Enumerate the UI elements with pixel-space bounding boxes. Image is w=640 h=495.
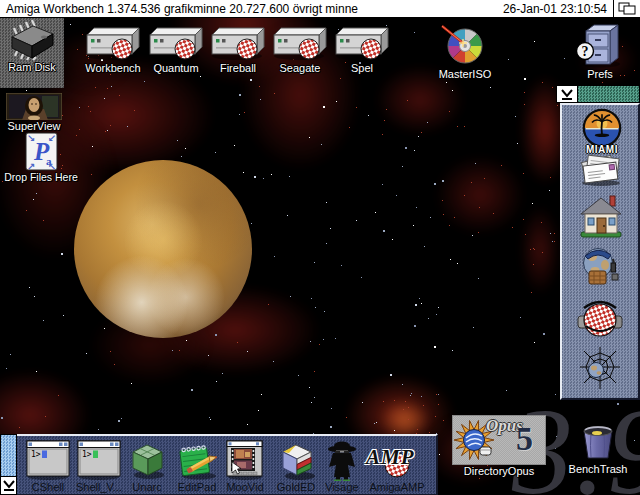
icon-label: MasterISO: [439, 69, 492, 81]
home-icon: [577, 224, 625, 241]
dock-item-cshell[interactable]: 1> CShell: [20, 437, 76, 495]
bottom-dock: 1> CShell 1> Shell_V... Unarc: [17, 434, 438, 495]
dock-item-moovid[interactable]: MooVid: [217, 437, 273, 495]
svg-text:1>: 1>: [82, 450, 92, 459]
icon-label: SuperView: [8, 121, 61, 133]
icon-label: Ram Disk: [8, 62, 56, 74]
icon-prefs[interactable]: ? Prefs: [568, 21, 632, 81]
disk-drive-icon: [271, 26, 329, 62]
shell-window-icon: 1>: [77, 437, 121, 482]
globe-news-icon: [578, 277, 622, 294]
dock-label: AmigaAMP: [369, 482, 424, 493]
dock-label: EditPad: [178, 482, 217, 493]
svg-text:↗: ↗: [27, 161, 35, 171]
svg-text:↘: ↘: [27, 133, 35, 144]
svg-text:↙: ↙: [48, 133, 56, 144]
icon-label: Spel: [351, 63, 373, 75]
icon-seagate[interactable]: Seagate: [269, 26, 331, 75]
dock-label: GoldED: [277, 482, 316, 493]
ram-chip-icon: [6, 19, 58, 61]
disk-drive-icon: [147, 26, 205, 62]
dock-label: Unarc: [132, 482, 161, 493]
depth-icon: [618, 2, 636, 15]
dock-label: Shell_V...: [76, 482, 122, 493]
dock-item-miami[interactable]: MIAMI: [582, 108, 622, 154]
notepad-pencil-icon: [174, 437, 220, 482]
icon-label: DirectoryOpus: [464, 466, 534, 478]
svg-text:↖: ↖: [48, 161, 56, 171]
icon-label: Quantum: [153, 63, 198, 75]
icon-masteriso[interactable]: MasterISO: [428, 24, 502, 81]
icon-superview[interactable]: SuperView: [2, 93, 66, 133]
disk-drive-icon: [84, 26, 142, 62]
dock-label: CShell: [32, 482, 64, 493]
colored-cube-icon: [275, 437, 317, 482]
amp-logo: AMP: [364, 440, 430, 480]
bottom-dock-iconify-gadget[interactable]: [1, 476, 16, 494]
icon-quantum[interactable]: Quantum: [145, 26, 207, 75]
icon-label: BenchTrash: [569, 464, 628, 476]
film-frame-icon: [225, 437, 265, 482]
mail-envelopes-icon: [577, 173, 625, 190]
iconify-icon: [560, 88, 574, 101]
icon-fireball[interactable]: Fireball: [207, 26, 269, 75]
dock-item-amigaamp[interactable]: AMP AmigaAMP: [362, 437, 432, 495]
icon-workbench[interactable]: Workbench: [82, 26, 144, 75]
dock-item-home[interactable]: [577, 192, 625, 238]
dock-item-mail[interactable]: [577, 151, 625, 187]
boing-ball-hands-icon: [576, 326, 624, 343]
file-cabinet-icon: ?: [576, 21, 624, 68]
icon-directory-opus[interactable]: Opus 5 DirectoryOpus: [452, 415, 546, 478]
trash-bucket-icon: [578, 419, 618, 463]
screen-title-bar: Amiga Workbench 1.374.536 grafikminne 20…: [0, 0, 640, 18]
icon-drop-files[interactable]: P a ↘↙↗↖ Drop Files Here: [0, 132, 82, 183]
workbench-screen: 3.9 Amiga Workbench 1.374.536 grafikminn…: [0, 0, 640, 495]
svg-text:1>: 1>: [31, 450, 41, 459]
dock-label: MooVid: [226, 482, 263, 493]
shell-window-icon: 1>: [26, 437, 70, 482]
amp-logo-text: AMP: [366, 445, 415, 470]
planet-image: [74, 160, 252, 338]
icon-bench-trash[interactable]: BenchTrash: [556, 419, 640, 476]
opus-version-number: 5: [516, 422, 533, 456]
right-dock: MIAMI: [560, 103, 640, 400]
dock-item-unarc[interactable]: Unarc: [119, 437, 175, 495]
icon-label: Workbench: [85, 63, 140, 75]
mona-lisa-icon: [6, 93, 62, 120]
dock-item-boing[interactable]: [576, 298, 624, 340]
disk-drive-icon: [209, 26, 267, 62]
right-dock-drag-bar[interactable]: [577, 86, 639, 102]
right-dock-iconify-gadget[interactable]: [557, 86, 577, 102]
icon-label: Fireball: [220, 63, 256, 75]
disk-drive-icon: [333, 26, 391, 62]
iconify-icon: [2, 479, 16, 492]
spider-web-icon: [578, 377, 622, 394]
dock-label: Visage: [325, 482, 358, 493]
icon-spel[interactable]: Spel: [331, 26, 393, 75]
icon-label: Seagate: [280, 63, 321, 75]
screen-title: Amiga Workbench 1.374.536 grafikminne 20…: [6, 2, 358, 16]
bottom-dock-title-bar[interactable]: [0, 434, 17, 495]
right-dock-title-bar: [556, 85, 640, 103]
icon-label: Prefs: [587, 69, 613, 81]
screen-depth-gadget[interactable]: [613, 0, 640, 17]
svg-text:?: ?: [582, 44, 589, 59]
dock-item-web[interactable]: [578, 345, 622, 391]
drop-target-icon: P a ↘↙↗↖: [25, 132, 58, 171]
green-cube-icon: [126, 437, 168, 482]
opus-logo-box: Opus 5: [452, 415, 546, 465]
icon-ram-disk[interactable]: Ram Disk: [0, 17, 64, 88]
spy-silhouette-icon: [321, 437, 363, 482]
icon-label: Drop Files Here: [4, 172, 78, 183]
clock-display: 26-Jan-01 23:10:54: [503, 2, 607, 16]
dock-item-globe[interactable]: [578, 245, 622, 291]
cd-disc-icon: [440, 24, 490, 68]
